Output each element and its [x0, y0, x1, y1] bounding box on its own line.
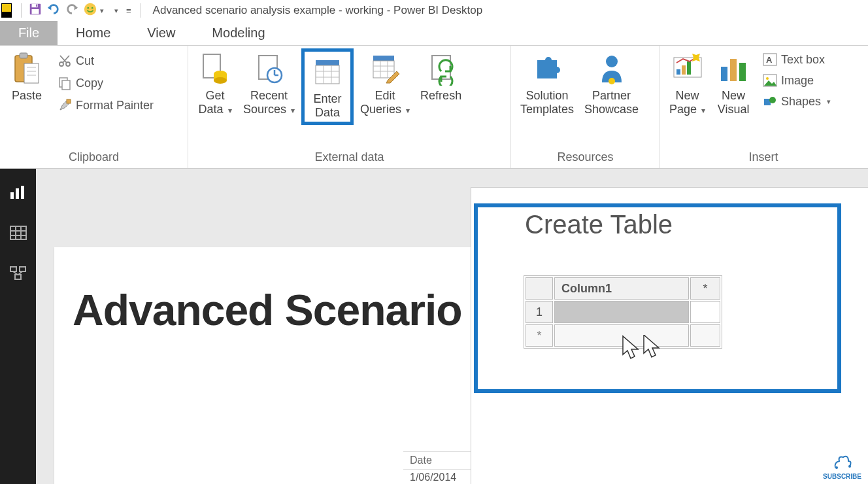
ribbon-group-insert: New Page New Visual A Text box Image Sha…: [660, 46, 867, 168]
svg-point-55: [769, 97, 776, 103]
svg-rect-48: [730, 59, 737, 81]
tab-file[interactable]: File: [0, 21, 58, 45]
svg-rect-56: [10, 192, 14, 199]
svg-rect-29: [316, 65, 339, 84]
feedback-smile-icon[interactable]: [83, 2, 97, 20]
svg-text:A: A: [766, 55, 773, 65]
svg-point-42: [609, 78, 615, 84]
row-header: 1: [526, 301, 553, 323]
partner-showcase-button[interactable]: Partner Showcase: [579, 48, 644, 118]
tab-home[interactable]: Home: [58, 21, 129, 45]
view-rail: [0, 169, 36, 484]
svg-point-53: [766, 77, 769, 80]
enter-data-button[interactable]: Enter Data: [301, 48, 354, 125]
image-icon: [763, 73, 777, 88]
active-cell[interactable]: [554, 301, 689, 323]
svg-rect-49: [739, 63, 746, 81]
tab-view[interactable]: View: [129, 21, 193, 45]
report-heading: Advanced Scenario: [54, 247, 479, 335]
add-column-star[interactable]: *: [690, 277, 720, 300]
svg-point-41: [606, 56, 618, 67]
qat-overflow-icon[interactable]: ≡: [126, 6, 131, 16]
feedback-dropdown-icon[interactable]: ▾: [100, 7, 104, 15]
grid-corner: [526, 277, 553, 300]
ribbon: Paste Cut Copy Format Painter Clipboard: [0, 46, 868, 169]
copy-button[interactable]: Copy: [54, 75, 158, 92]
text-box-icon: A: [763, 52, 777, 67]
date-column-header: Date: [403, 452, 479, 470]
solution-templates-button[interactable]: Solution Templates: [515, 48, 579, 118]
person-icon: [594, 51, 629, 86]
recent-sources-button[interactable]: Recent Sources: [238, 48, 300, 118]
window-title: Advanced scenario analysis example - wor…: [153, 4, 483, 17]
ribbon-tabs: File Home View Modeling: [0, 21, 868, 46]
svg-rect-9: [24, 63, 39, 83]
svg-rect-18: [62, 80, 70, 90]
save-icon[interactable]: [28, 2, 42, 20]
cell[interactable]: [690, 301, 720, 323]
edit-queries-icon: [367, 51, 403, 86]
get-data-button[interactable]: Get Data: [192, 48, 238, 118]
report-view-icon[interactable]: [8, 183, 29, 201]
ribbon-group-resources: Solution Templates Partner Showcase Reso…: [511, 46, 660, 168]
qat-customize-icon[interactable]: ▾: [114, 7, 118, 15]
svg-point-70: [848, 465, 851, 468]
create-table-grid[interactable]: Column1 * 1 *: [524, 275, 722, 349]
paste-button[interactable]: Paste: [4, 48, 50, 105]
report-page[interactable]: Advanced Scenario Date 1/06/2014 2/06/20…: [54, 247, 479, 484]
svg-rect-46: [687, 61, 691, 75]
cell[interactable]: [554, 324, 689, 347]
edit-queries-button[interactable]: Edit Queries: [355, 48, 415, 118]
svg-rect-45: [682, 65, 686, 75]
get-data-icon: [197, 51, 233, 86]
shapes-icon: [763, 94, 777, 109]
new-visual-button[interactable]: New Visual: [710, 48, 756, 118]
svg-rect-44: [676, 69, 680, 75]
add-row-star[interactable]: *: [526, 324, 553, 347]
format-painter-button[interactable]: Format Painter: [54, 97, 158, 114]
new-page-button[interactable]: New Page: [664, 48, 710, 118]
svg-rect-58: [21, 186, 24, 199]
date-table-visual[interactable]: Date 1/06/2014 2/06/2014: [403, 451, 479, 484]
canvas-area: Advanced Scenario Date 1/06/2014 2/06/20…: [36, 169, 868, 484]
svg-rect-64: [10, 267, 16, 271]
cell[interactable]: [690, 324, 720, 347]
svg-rect-47: [721, 67, 727, 81]
ribbon-group-external-data: Get Data Recent Sources Enter Data Edit …: [188, 46, 511, 168]
dialog-title: Create Table: [471, 188, 868, 239]
title-bar: ▾ ▾ ≡ Advanced scenario analysis example…: [0, 0, 868, 21]
puzzle-icon: [529, 51, 565, 86]
svg-point-4: [84, 3, 96, 14]
subscribe-watermark: SUBSCRIBE: [823, 453, 861, 480]
image-button[interactable]: Image: [759, 72, 835, 89]
scissors-icon: [58, 54, 72, 68]
svg-rect-59: [10, 226, 26, 239]
svg-rect-57: [16, 188, 19, 199]
svg-point-6: [92, 7, 93, 9]
column-header[interactable]: Column1: [554, 277, 689, 300]
svg-rect-19: [67, 99, 71, 103]
svg-rect-34: [373, 56, 394, 61]
workspace: Advanced Scenario Date 1/06/2014 2/06/20…: [0, 169, 868, 484]
refresh-icon: [424, 51, 459, 86]
undo-icon[interactable]: [46, 3, 61, 18]
redo-icon[interactable]: [65, 3, 79, 18]
svg-point-23: [214, 77, 227, 84]
ribbon-group-clipboard: Paste Cut Copy Format Painter Clipboard: [0, 46, 188, 168]
text-box-button[interactable]: A Text box: [759, 51, 835, 68]
app-logo-icon: [1, 3, 12, 18]
tab-modeling[interactable]: Modeling: [193, 21, 283, 45]
svg-point-5: [87, 7, 89, 9]
cut-button[interactable]: Cut: [54, 52, 158, 69]
refresh-button[interactable]: Refresh: [415, 48, 467, 105]
model-view-icon[interactable]: [8, 264, 29, 283]
svg-rect-35: [373, 61, 394, 78]
svg-rect-2: [32, 9, 39, 14]
svg-rect-3: [36, 4, 37, 7]
date-row: 1/06/2014: [403, 470, 479, 484]
enter-data-icon: [310, 54, 345, 90]
data-view-icon[interactable]: [8, 224, 29, 242]
new-visual-icon: [716, 51, 751, 86]
recent-sources-icon: [252, 51, 287, 86]
shapes-button[interactable]: Shapes▾: [759, 93, 835, 110]
